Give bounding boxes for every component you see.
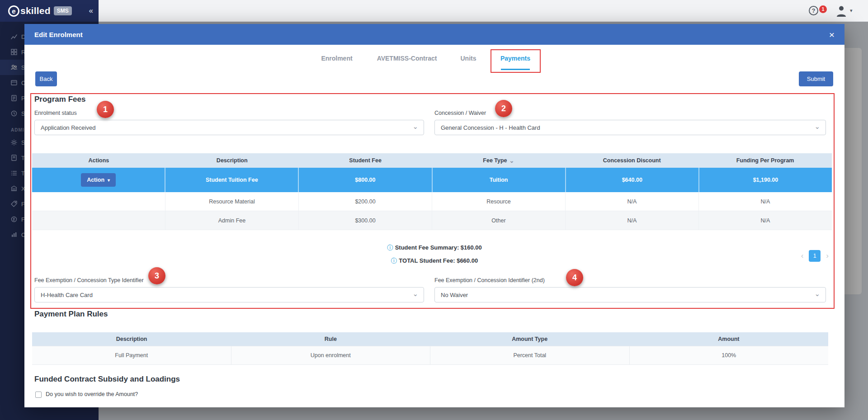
logo-text: skilled xyxy=(20,5,51,16)
tab-units[interactable]: Units xyxy=(461,55,476,62)
student-fee-cell: $800.00 xyxy=(299,168,432,192)
program-fees-table: Actions Description Student Fee Fee Type… xyxy=(32,153,832,230)
fee-exemption-type-select[interactable]: H-Health Care Card ⌄ xyxy=(34,287,424,302)
header-rule: Rule xyxy=(231,332,430,346)
header-amount: Amount xyxy=(629,332,828,346)
concession-discount-cell: N/A xyxy=(566,192,699,211)
page-number-button[interactable]: 1 xyxy=(809,250,821,262)
fee-type-cell: Tuition xyxy=(433,168,566,192)
enrolment-status-label: Enrolment status xyxy=(34,110,77,116)
action-dropdown-button[interactable]: Action ▾ xyxy=(81,173,116,187)
fee-exemption-2nd-select[interactable]: No Waiver ⌄ xyxy=(434,287,826,302)
payment-plan-table: Description Rule Amount Type Amount Full… xyxy=(32,332,828,365)
close-icon[interactable]: × xyxy=(829,30,835,39)
actions-cell xyxy=(32,211,165,230)
header-funding-per-program: Funding Per Program xyxy=(698,153,832,168)
logo-e-icon: e xyxy=(8,5,19,17)
funding-cell: $1,190.00 xyxy=(699,168,832,192)
header-student-fee: Student Fee xyxy=(299,153,432,168)
program-fees-heading: Program Fees xyxy=(34,95,85,104)
top-bar: e skilled SMS « ? 1 ▾ xyxy=(0,0,868,22)
back-button[interactable]: Back xyxy=(35,71,57,86)
student-fee-cell: $300.00 xyxy=(299,211,432,230)
user-menu-caret-icon[interactable]: ▾ xyxy=(850,8,853,14)
table-row[interactable]: Resource Material $200.00 Resource N/A N… xyxy=(32,192,832,211)
logo-sms-badge: SMS xyxy=(54,6,72,15)
student-fee-summary: ⓘStudent Fee Summary: $160.00 xyxy=(24,244,844,252)
brand-logo: e skilled SMS « xyxy=(0,0,99,22)
concession-waiver-select[interactable]: General Concession - H - Health Card ⌄ xyxy=(434,120,826,135)
total-student-fee: ⓘTOTAL Student Fee: $660.00 xyxy=(24,257,844,265)
concession-discount-cell: $640.00 xyxy=(566,168,699,192)
header-concession-discount: Concession Discount xyxy=(565,153,698,168)
override-amount-checkbox[interactable] xyxy=(35,392,42,398)
student-fee-cell: $200.00 xyxy=(299,192,432,211)
tab-enrolment[interactable]: Enrolment xyxy=(321,55,352,62)
concession-waiver-label: Concession / Waiver xyxy=(434,110,486,116)
info-icon: ⓘ xyxy=(391,257,397,264)
notification-badge[interactable]: 1 xyxy=(819,5,827,13)
info-icon: ⓘ xyxy=(387,244,393,251)
active-tab-underline xyxy=(501,69,530,70)
funding-cell: N/A xyxy=(699,211,832,230)
header-fee-type[interactable]: Fee Type ⌄ xyxy=(432,153,565,168)
description-cell: Resource Material xyxy=(165,192,299,211)
header-description: Description xyxy=(32,332,231,346)
sort-icon: ⌄ xyxy=(509,157,514,164)
description-cell: Student Tuition Fee xyxy=(165,168,299,192)
header-actions: Actions xyxy=(32,153,165,168)
header-description: Description xyxy=(165,153,299,168)
chevron-down-icon: ⌄ xyxy=(814,290,820,298)
prev-page-icon[interactable]: ‹ xyxy=(801,251,804,260)
table-header-row: Description Rule Amount Type Amount xyxy=(32,332,828,346)
annotation-badge-1: 1 xyxy=(97,101,114,118)
fee-type-cell: Other xyxy=(432,211,566,230)
edit-enrolment-modal: Edit Enrolment × Enrolment AVETMISS-Cont… xyxy=(24,24,844,407)
override-amount-label: Do you wish to override the Amount? xyxy=(46,391,138,397)
rule-cell: Upon enrolment xyxy=(231,346,431,365)
app-window: e skilled SMS « ? 1 ▾ D R S C xyxy=(0,0,868,420)
table-header-row: Actions Description Student Fee Fee Type… xyxy=(32,153,832,168)
actions-cell xyxy=(32,192,165,211)
chevron-down-icon: ⌄ xyxy=(412,290,418,298)
chevron-down-icon: ⌄ xyxy=(814,123,820,131)
next-page-icon[interactable]: › xyxy=(826,251,829,260)
annotation-badge-2: 2 xyxy=(495,100,512,117)
description-cell: Admin Fee xyxy=(165,211,299,230)
caret-down-icon: ▾ xyxy=(108,178,110,183)
funded-contract-heading: Funded Contract Subsidy and Loadings xyxy=(34,375,180,384)
pagination: ‹ 1 › xyxy=(801,250,829,262)
submit-button[interactable]: Submit xyxy=(799,71,833,86)
sidebar-collapse-icon[interactable]: « xyxy=(89,6,93,15)
modal-header: Edit Enrolment × xyxy=(24,24,844,45)
funding-cell: N/A xyxy=(699,192,832,211)
description-cell: Full Payment xyxy=(32,346,231,365)
enrolment-status-select[interactable]: Application Received ⌄ xyxy=(34,120,424,135)
table-row-selected[interactable]: Action ▾ Student Tuition Fee $800.00 Tui… xyxy=(32,168,832,192)
concession-discount-cell: N/A xyxy=(566,211,699,230)
help-icon[interactable]: ? xyxy=(809,6,818,15)
tab-avetmiss-contract[interactable]: AVETMISS-Contract xyxy=(377,55,437,62)
user-avatar-icon[interactable] xyxy=(836,5,847,17)
actions-cell: Action ▾ xyxy=(32,168,165,192)
annotation-badge-3: 3 xyxy=(148,267,165,284)
annotation-badge-4: 4 xyxy=(566,269,583,286)
fee-exemption-type-label: Fee Exemption / Concession Type Identifi… xyxy=(34,277,144,283)
modal-title: Edit Enrolment xyxy=(34,31,83,38)
table-row[interactable]: Full Payment Upon enrolment Percent Tota… xyxy=(32,346,828,365)
table-row[interactable]: Admin Fee $300.00 Other N/A N/A xyxy=(32,211,832,230)
payment-plan-rules-heading: Payment Plan Rules xyxy=(34,310,108,319)
tab-payments[interactable]: Payments xyxy=(500,55,530,62)
header-amount-type: Amount Type xyxy=(430,332,629,346)
amount-type-cell: Percent Total xyxy=(430,346,630,365)
chevron-down-icon: ⌄ xyxy=(412,123,418,131)
fee-exemption-2nd-label: Fee Exemption / Concession Identifier (2… xyxy=(434,277,545,283)
amount-cell: 100% xyxy=(630,346,829,365)
fee-type-cell: Resource xyxy=(432,192,566,211)
